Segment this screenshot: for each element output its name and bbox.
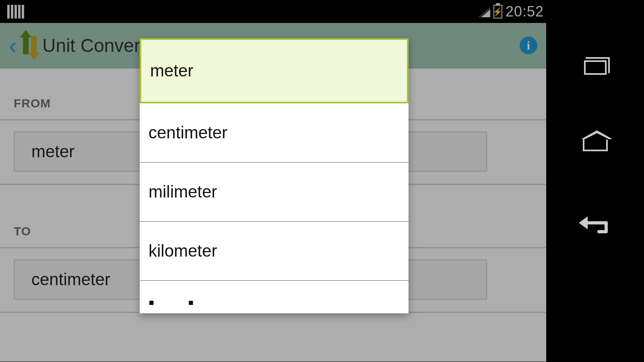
recent-apps-button[interactable]	[584, 60, 607, 75]
unit-option-kilometer[interactable]: kilometer	[140, 222, 409, 281]
unit-option-milimeter[interactable]: milimeter	[140, 162, 409, 222]
back-button[interactable]	[581, 216, 609, 232]
unit-option-label: meter	[150, 61, 193, 80]
unit-option-meter[interactable]: meter	[140, 38, 409, 103]
unit-option-label: kilometer	[149, 241, 217, 261]
home-button[interactable]	[583, 139, 608, 151]
unit-option-centimeter[interactable]: centimeter	[140, 103, 409, 162]
unit-option-label: ▪ ▪	[149, 293, 199, 312]
system-nav-bar	[546, 0, 644, 362]
unit-option-partial[interactable]: ▪ ▪	[140, 281, 409, 313]
unit-picker-dialog: meter centimeter milimeter kilometer ▪ ▪	[140, 38, 409, 313]
unit-option-label: milimeter	[149, 182, 217, 202]
unit-option-label: centimeter	[149, 123, 227, 142]
